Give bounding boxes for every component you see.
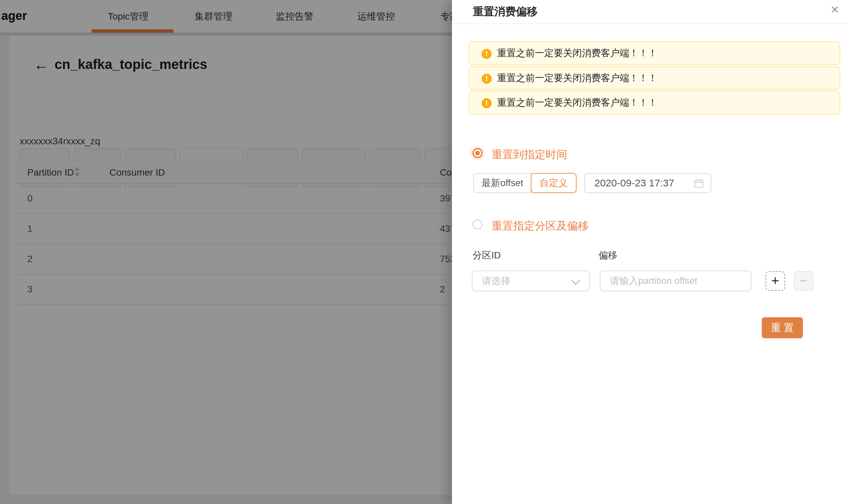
- partition-id-label: 分区ID: [472, 249, 501, 262]
- drawer-title: 重置消费偏移: [473, 4, 537, 19]
- close-icon[interactable]: ✕: [830, 3, 839, 16]
- warning-alert: ! 重置之前一定要关闭消费客户端！！！: [469, 41, 840, 65]
- calendar-icon: [694, 178, 704, 188]
- alert-text: 重置之前一定要关闭消费客户端！！！: [497, 67, 657, 89]
- minus-icon: −: [799, 273, 807, 288]
- radio-reset-to-time-label[interactable]: 重置到指定时间: [492, 147, 567, 162]
- radio-reset-partition[interactable]: [472, 219, 483, 230]
- datetime-picker[interactable]: 2020-09-23 17:37: [584, 173, 711, 193]
- radio-reset-partition-label[interactable]: 重置指定分区及偏移: [492, 219, 589, 234]
- drawer-header: 重置消费偏移 ✕: [452, 0, 848, 24]
- screen: ager Topic管理 集群管理 监控告警 运维管控 专家服务 ← cn_ka…: [0, 0, 848, 504]
- warning-alert: ! 重置之前一定要关闭消费客户端！！！: [469, 91, 840, 114]
- alert-text: 重置之前一定要关闭消费客户端！！！: [497, 91, 657, 114]
- datetime-value: 2020-09-23 17:37: [594, 174, 674, 193]
- warning-icon: !: [482, 74, 492, 84]
- warning-icon: !: [482, 49, 492, 59]
- offset-input[interactable]: [600, 270, 751, 291]
- warning-alert: ! 重置之前一定要关闭消费客户端！！！: [469, 66, 840, 90]
- offset-label: 偏移: [599, 249, 617, 262]
- plus-icon: +: [771, 273, 779, 288]
- chevron-down-icon: [571, 276, 580, 285]
- add-row-button[interactable]: +: [765, 271, 785, 291]
- partition-select-placeholder: 请选择: [482, 271, 510, 291]
- reset-offset-drawer: 重置消费偏移 ✕ ! 重置之前一定要关闭消费客户端！！！ ! 重置之前一定要关闭…: [452, 0, 848, 504]
- remove-row-button[interactable]: −: [794, 271, 813, 291]
- partition-select[interactable]: 请选择: [472, 270, 590, 291]
- reset-submit-button[interactable]: 重 置: [762, 317, 803, 338]
- radio-reset-to-time[interactable]: [472, 148, 483, 158]
- latest-offset-button[interactable]: 最新offset: [473, 173, 532, 193]
- custom-offset-button[interactable]: 自定义: [531, 173, 576, 193]
- warning-icon: !: [482, 98, 492, 108]
- alert-text: 重置之前一定要关闭消费客户端！！！: [497, 42, 657, 64]
